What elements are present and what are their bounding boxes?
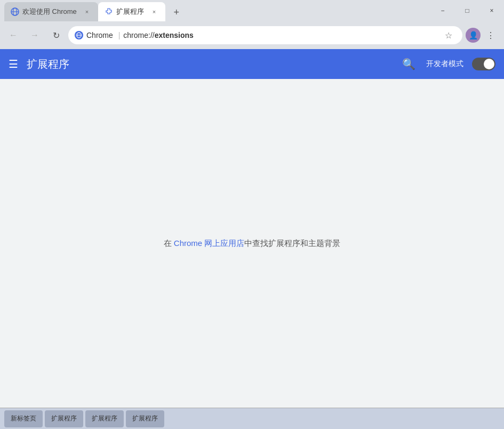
profile-button[interactable]: 👤 bbox=[466, 28, 481, 43]
address-site-name: Chrome |chrome://extensions bbox=[86, 31, 438, 39]
bookmark-star-button[interactable]: ☆ bbox=[441, 28, 456, 43]
taskbar: 新标签页 扩展程序 扩展程序 扩展程序 bbox=[0, 408, 504, 429]
toggle-knob bbox=[484, 59, 494, 69]
title-bar: 欢迎使用 Chrome × 扩展程序 × + − □ × bbox=[0, 0, 504, 21]
back-button[interactable]: ← bbox=[4, 26, 22, 44]
toolbar-right: 👤 ⋮ bbox=[466, 26, 500, 44]
maximize-button[interactable]: □ bbox=[455, 0, 479, 21]
search-button[interactable]: 🔍 bbox=[399, 55, 418, 73]
tab-close-extensions[interactable]: × bbox=[149, 7, 159, 17]
taskbar-item-0[interactable]: 新标签页 bbox=[4, 410, 43, 427]
new-tab-button[interactable]: + bbox=[167, 3, 186, 21]
forward-button[interactable]: → bbox=[26, 26, 44, 44]
taskbar-label-1: 扩展程序 bbox=[51, 414, 77, 423]
close-button[interactable]: × bbox=[479, 0, 504, 21]
main-content: 在 Chrome 网上应用店中查找扩展程序和主题背景 bbox=[0, 79, 504, 408]
address-bar[interactable]: Chrome |chrome://extensions ☆ bbox=[68, 26, 462, 44]
tab-icon-puzzle bbox=[105, 7, 113, 16]
hamburger-menu-icon[interactable]: ☰ bbox=[9, 58, 18, 70]
tab-extensions[interactable]: 扩展程序 × bbox=[98, 2, 165, 21]
webstore-link[interactable]: Chrome 网上应用店 bbox=[174, 239, 245, 248]
menu-button[interactable]: ⋮ bbox=[482, 26, 500, 44]
tab-welcome[interactable]: 欢迎使用 Chrome × bbox=[4, 2, 98, 21]
tabs-container: 欢迎使用 Chrome × 扩展程序 × + bbox=[0, 0, 504, 21]
minimize-button[interactable]: − bbox=[430, 0, 455, 21]
dev-mode-label: 开发者模式 bbox=[426, 59, 463, 69]
webstore-link-text: 在 Chrome 网上应用店中查找扩展程序和主题背景 bbox=[164, 239, 341, 249]
profile-icon: 👤 bbox=[469, 31, 478, 39]
link-prefix: 在 bbox=[164, 239, 174, 248]
tab-label-extensions: 扩展程序 bbox=[116, 7, 144, 17]
extensions-header: ☰ 扩展程序 🔍 开发者模式 bbox=[0, 49, 504, 79]
tab-label-welcome: 欢迎使用 Chrome bbox=[22, 7, 77, 17]
browser-window: 欢迎使用 Chrome × 扩展程序 × + − □ × ← → ↻ bbox=[0, 0, 504, 429]
window-controls: − □ × bbox=[430, 0, 504, 21]
tab-close-welcome[interactable]: × bbox=[82, 7, 92, 17]
taskbar-label-2: 扩展程序 bbox=[92, 414, 117, 423]
globe-icon bbox=[76, 32, 82, 38]
extensions-page-title: 扩展程序 bbox=[27, 57, 391, 72]
link-suffix: 中查找扩展程序和主题背景 bbox=[244, 239, 340, 248]
taskbar-label-0: 新标签页 bbox=[11, 414, 36, 423]
address-bar-row: ← → ↻ Chrome |chrome://extensions ☆ 👤 ⋮ bbox=[0, 21, 504, 49]
tab-icon-globe bbox=[11, 7, 19, 16]
taskbar-item-3[interactable]: 扩展程序 bbox=[126, 410, 164, 427]
address-favicon bbox=[75, 31, 83, 39]
taskbar-item-1[interactable]: 扩展程序 bbox=[45, 410, 83, 427]
dev-mode-toggle[interactable] bbox=[472, 58, 495, 70]
address-divider: | bbox=[118, 31, 121, 39]
taskbar-item-2[interactable]: 扩展程序 bbox=[85, 410, 124, 427]
reload-button[interactable]: ↻ bbox=[47, 26, 65, 44]
taskbar-label-3: 扩展程序 bbox=[132, 414, 158, 423]
